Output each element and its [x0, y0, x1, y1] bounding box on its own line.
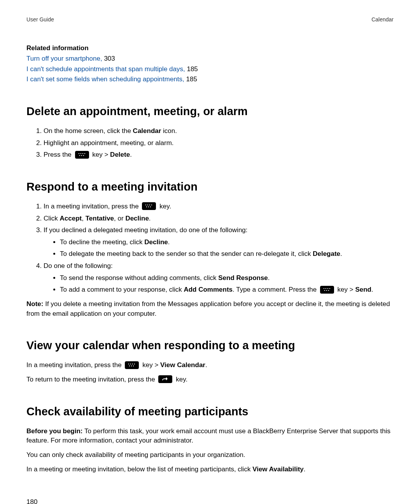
text: key > — [140, 361, 160, 369]
list-item: To delegate the meeting back to the send… — [60, 249, 394, 259]
blackberry-key-icon — [75, 151, 89, 159]
bold-text: Delete — [110, 151, 130, 158]
text: . Type a comment. Press the — [233, 286, 318, 293]
link-cant-schedule-span[interactable]: I can't schedule appointments that span … — [26, 65, 185, 73]
bold-text: Calendar — [133, 127, 161, 135]
list-item: In a meeting invitation, press the key. — [44, 202, 394, 212]
text: . — [205, 361, 207, 369]
list-item: Click Accept, Tentative, or Decline. — [44, 214, 394, 224]
list-item: Do one of the following: To send the res… — [44, 261, 394, 295]
link-cant-set-fields[interactable]: I can't set some fields when scheduling … — [26, 75, 184, 83]
list-item: Highlight an appointment, meeting, or al… — [44, 138, 394, 148]
related-page: 303 — [102, 55, 115, 62]
text: To decline the meeting, click — [60, 238, 144, 246]
related-heading: Related information — [26, 44, 394, 53]
back-key-icon — [158, 375, 172, 383]
text: key > — [91, 151, 110, 158]
text: In a meeting invitation, press the — [44, 203, 140, 210]
text: To delegate the meeting back to the send… — [60, 250, 313, 257]
list-item: To decline the meeting, click Decline. — [60, 238, 394, 247]
list-item: If you declined a delegated meeting invi… — [44, 226, 394, 259]
section-respond-title: Respond to a meeting invitation — [26, 178, 394, 195]
list-item: On the home screen, click the Calendar i… — [44, 126, 394, 136]
text: . — [130, 151, 132, 158]
paragraph: Before you begin: To perform this task, … — [26, 427, 394, 446]
text: . — [149, 215, 151, 222]
bold-text: Delegate — [313, 250, 340, 257]
paragraph: In a meeting or meeting invitation, belo… — [26, 465, 394, 474]
text: To add a comment to your response, click — [60, 286, 184, 293]
text: Click — [44, 215, 60, 222]
text: To return to the meeting invitation, pre… — [26, 376, 157, 383]
bold-text: Decline — [144, 238, 168, 246]
page-header: User Guide Calendar — [26, 16, 394, 23]
related-item: I can't schedule appointments that span … — [26, 65, 394, 74]
bold-text: Send — [355, 286, 371, 293]
text: If you declined a delegated meeting invi… — [44, 226, 248, 234]
section-check-availability-title: Check availability of meeting participan… — [26, 403, 394, 420]
bold-text: View Calendar — [160, 361, 205, 369]
text: , — [82, 215, 85, 222]
paragraph: In a meeting invitation, press the key >… — [26, 360, 394, 370]
text: . — [340, 250, 342, 257]
list-item: To add a comment to your response, click… — [60, 285, 394, 295]
text: In a meeting invitation, press the — [26, 361, 123, 369]
note-label: Note: — [26, 300, 43, 308]
blackberry-key-icon — [320, 286, 334, 294]
bold-text: Decline — [125, 215, 149, 222]
text: key. — [174, 376, 187, 383]
bold-text: Send Response — [218, 274, 268, 282]
text: To send the response without adding comm… — [60, 274, 218, 282]
text: . — [268, 274, 270, 282]
bold-text: Tentative — [86, 215, 114, 222]
related-page: 185 — [185, 65, 198, 73]
bold-text: Accept — [60, 215, 82, 222]
text: Do one of the following: — [44, 262, 113, 270]
text: . — [304, 466, 306, 473]
header-left: User Guide — [26, 16, 54, 23]
text: , or — [114, 215, 125, 222]
blackberry-key-icon — [125, 361, 139, 369]
note-text: If you delete a meeting invitation from … — [26, 300, 390, 317]
related-info: Related information Turn off your smartp… — [26, 44, 394, 84]
bold-text: View Availability — [252, 466, 304, 473]
related-item: I can't set some fields when scheduling … — [26, 75, 394, 84]
page-number: 180 — [26, 497, 394, 504]
section-view-calendar-title: View your calendar when responding to a … — [26, 337, 394, 354]
text: . — [371, 286, 373, 293]
text: In a meeting or meeting invitation, belo… — [26, 466, 252, 473]
sub-bullets: To decline the meeting, click Decline. T… — [44, 238, 394, 259]
list-item: To send the response without adding comm… — [60, 273, 394, 283]
respond-steps: In a meeting invitation, press the key. … — [26, 202, 394, 295]
related-page: 185 — [184, 75, 197, 83]
text: icon. — [161, 127, 177, 135]
delete-steps: On the home screen, click the Calendar i… — [26, 126, 394, 160]
text: . — [168, 238, 170, 246]
header-right: Calendar — [371, 16, 394, 23]
text: key > — [336, 286, 355, 293]
before-you-begin-label: Before you begin: — [26, 427, 83, 435]
paragraph: You can only check availability of meeti… — [26, 450, 394, 460]
section-delete-title: Delete an appointment, meeting, or alarm — [26, 103, 394, 119]
list-item: Press the key > Delete. — [44, 150, 394, 160]
link-turn-off-smartphone[interactable]: Turn off your smartphone, — [26, 55, 102, 62]
related-item: Turn off your smartphone, 303 — [26, 54, 394, 64]
note-paragraph: Note: If you delete a meeting invitation… — [26, 299, 394, 318]
bold-text: Add Comments — [184, 286, 233, 293]
text: On the home screen, click the — [44, 127, 133, 135]
sub-bullets: To send the response without adding comm… — [44, 273, 394, 295]
text: Press the — [44, 151, 74, 158]
paragraph: To return to the meeting invitation, pre… — [26, 375, 394, 385]
blackberry-key-icon — [142, 202, 156, 210]
text: key. — [158, 203, 171, 210]
